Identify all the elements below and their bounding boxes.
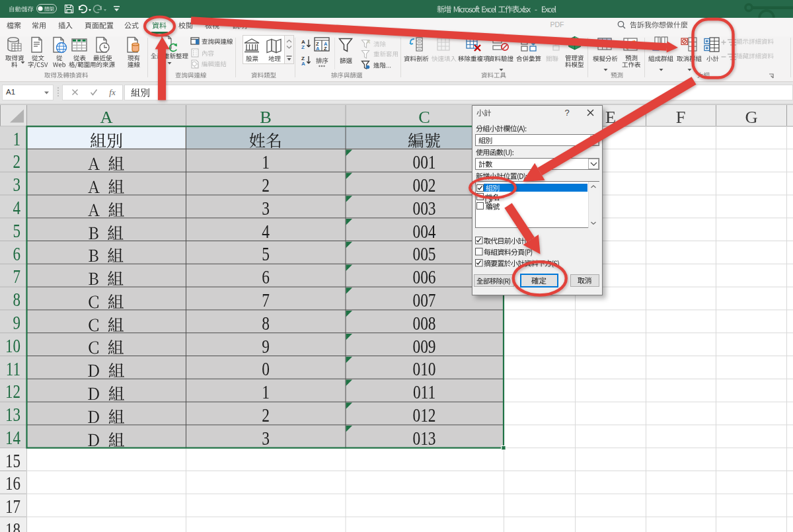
svg-text:Z: Z: [301, 44, 305, 50]
svg-text:A: A: [316, 46, 320, 52]
svg-text:A: A: [301, 61, 305, 67]
svg-text:Z: Z: [324, 46, 327, 52]
